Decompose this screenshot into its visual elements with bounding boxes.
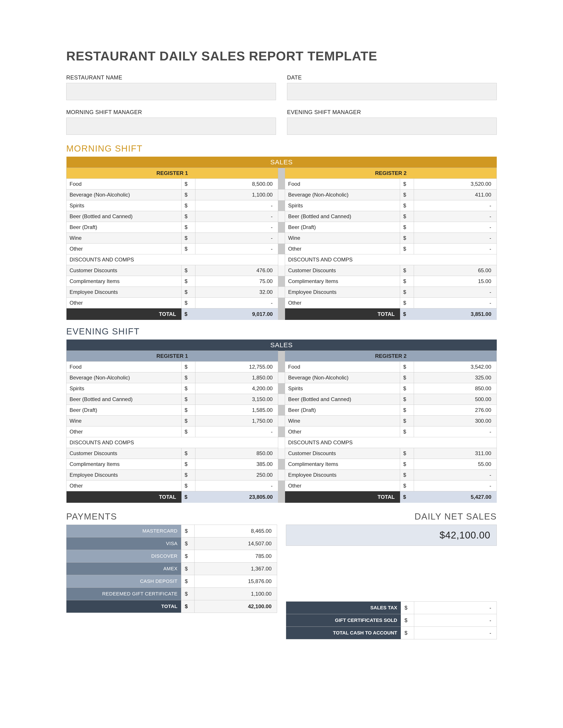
payments-cash-val: 15,876.00: [194, 575, 277, 588]
currency-symbol: $: [181, 287, 195, 298]
row-label: Wine: [285, 416, 400, 426]
row-label: Other: [66, 426, 181, 437]
currency-symbol: $: [181, 200, 195, 211]
row-label: Beer (Bottled and Canned): [285, 394, 400, 405]
evening-reg2-other: -: [414, 426, 497, 437]
bottom-section: PAYMENTS MASTERCARD $ 8,465.00 VISA $ 14…: [66, 505, 497, 639]
morning-reg1-other-disc: -: [195, 298, 278, 308]
row-label: Other: [285, 426, 400, 437]
restaurant-name-input[interactable]: [66, 83, 276, 100]
currency-symbol: $: [181, 222, 195, 233]
gift-sold-val: -: [414, 614, 497, 627]
row-label: Other: [66, 480, 181, 491]
evening-reg2-wine: 300.00: [414, 416, 497, 426]
currency-symbol: $: [181, 372, 195, 383]
payments-mastercard-label: MASTERCARD: [66, 525, 181, 537]
evening-reg1-total: 23,805.00: [195, 491, 278, 503]
currency-symbol: $: [401, 614, 414, 627]
row-label: Other: [285, 480, 400, 491]
row-label: Food: [66, 179, 181, 190]
row-label: Beer (Draft): [285, 222, 400, 233]
row-label: Employee Discounts: [66, 470, 181, 480]
morning-register2-header: REGISTER 2: [285, 168, 497, 179]
row-label: Spirits: [285, 200, 400, 211]
total-label: TOTAL: [66, 308, 181, 320]
row-label: Spirits: [285, 383, 400, 394]
evening-reg1-comp: 385.00: [195, 459, 278, 470]
morning-mgr-input[interactable]: [66, 118, 276, 135]
currency-symbol: $: [400, 426, 414, 437]
tax-table: SALES TAX $ - GIFT CERTIFICATES SOLD $ -…: [286, 601, 497, 639]
currency-symbol: $: [400, 244, 414, 254]
evening-register1-header: REGISTER 1: [66, 351, 278, 362]
morning-reg2-emp-disc: -: [414, 287, 497, 298]
row-label: Complimentary Items: [285, 459, 400, 470]
evening-reg2-cust-disc: 311.00: [414, 448, 497, 459]
row-label: Wine: [66, 233, 181, 244]
row-label: Beverage (Non-Alcoholic): [285, 190, 400, 200]
currency-symbol: $: [181, 550, 194, 563]
discounts-header: DISCOUNTS AND COMPS: [285, 254, 497, 265]
sales-tax-label: SALES TAX: [286, 602, 401, 614]
row-label: Beer (Bottled and Canned): [285, 211, 400, 222]
currency-symbol: $: [400, 308, 414, 320]
evening-reg1-food: 12,755.00: [195, 362, 278, 372]
payments-total-val: 42,100.00: [194, 600, 277, 613]
morning-reg2-food: 3,520.00: [414, 179, 497, 190]
evening-reg1-emp-disc: 250.00: [195, 470, 278, 480]
payments-gift-label: REDEEMED GIFT CERTIFICATE: [66, 588, 181, 600]
currency-symbol: $: [400, 265, 414, 276]
morning-reg1-spirits: -: [195, 200, 278, 211]
currency-symbol: $: [400, 190, 414, 200]
evening-reg1-other-disc: -: [195, 480, 278, 491]
evening-register2-header: REGISTER 2: [285, 351, 497, 362]
row-label: Customer Discounts: [66, 265, 181, 276]
currency-symbol: $: [181, 575, 194, 588]
row-label: Other: [66, 298, 181, 308]
morning-reg1-bev: 1,100.00: [195, 190, 278, 200]
morning-register1-header: REGISTER 1: [66, 168, 278, 179]
morning-reg1-cust-disc: 476.00: [195, 265, 278, 276]
morning-reg2-other: -: [414, 244, 497, 254]
field-row-managers: MORNING SHIFT MANAGER EVENING SHIFT MANA…: [66, 109, 497, 135]
currency-symbol: $: [181, 480, 195, 491]
total-label: TOTAL: [285, 491, 400, 503]
currency-symbol: $: [400, 200, 414, 211]
currency-symbol: $: [181, 448, 195, 459]
currency-symbol: $: [400, 222, 414, 233]
currency-symbol: $: [400, 372, 414, 383]
sales-tax-val: -: [414, 602, 497, 614]
currency-symbol: $: [400, 287, 414, 298]
row-label: Other: [285, 298, 400, 308]
currency-symbol: $: [181, 470, 195, 480]
currency-symbol: $: [181, 459, 195, 470]
morning-reg1-beer-draft: -: [195, 222, 278, 233]
morning-shift-table: SALES REGISTER 1 REGISTER 2 Food$8,500.0…: [66, 157, 497, 320]
currency-symbol: $: [401, 627, 414, 639]
currency-symbol: $: [400, 298, 414, 308]
morning-reg2-cust-disc: 65.00: [414, 265, 497, 276]
currency-symbol: $: [400, 179, 414, 190]
row-label: Food: [285, 362, 400, 372]
currency-symbol: $: [181, 563, 194, 575]
date-input[interactable]: [287, 83, 497, 100]
evening-reg1-wine: 1,750.00: [195, 416, 278, 426]
evening-shift-header: EVENING SHIFT: [66, 326, 497, 336]
morning-reg2-spirits: -: [414, 200, 497, 211]
morning-reg2-comp: 15.00: [414, 276, 497, 287]
payments-visa-val: 14,507.00: [194, 537, 277, 550]
currency-symbol: $: [181, 190, 195, 200]
evening-mgr-input[interactable]: [287, 118, 497, 135]
row-label: Beverage (Non-Alcoholic): [66, 190, 181, 200]
morning-reg1-comp: 75.00: [195, 276, 278, 287]
morning-sales-band: SALES: [66, 157, 497, 168]
currency-symbol: $: [400, 448, 414, 459]
morning-reg2-beer-bc: -: [414, 211, 497, 222]
row-label: Customer Discounts: [285, 265, 400, 276]
payments-mastercard-val: 8,465.00: [194, 525, 277, 537]
row-label: Beer (Draft): [66, 405, 181, 416]
row-label: Employee Discounts: [66, 287, 181, 298]
morning-reg1-beer-bc: -: [195, 211, 278, 222]
total-label: TOTAL: [66, 491, 181, 503]
evening-shift-table: SALES REGISTER 1 REGISTER 2 Food$12,755.…: [66, 340, 497, 503]
